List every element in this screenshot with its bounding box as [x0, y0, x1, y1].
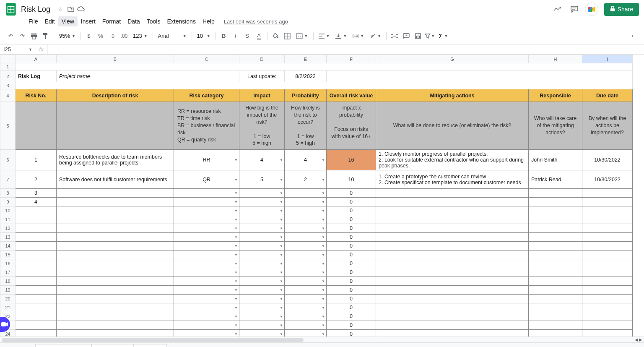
cell-probability[interactable]: ▼ — [285, 233, 327, 242]
cell-due[interactable] — [582, 206, 633, 215]
strikethrough-icon[interactable]: S — [242, 31, 253, 42]
cell-category[interactable]: ▼ — [174, 321, 239, 330]
cell-due[interactable] — [582, 268, 633, 277]
last-edit[interactable]: Last edit was seconds ago — [224, 18, 288, 25]
cell-probability[interactable]: ▼ — [285, 330, 327, 337]
currency-icon[interactable]: $ — [83, 31, 94, 42]
menu-tools[interactable]: Tools — [143, 16, 164, 26]
wrap-select[interactable]: ▼ — [350, 33, 366, 39]
cell-description[interactable] — [57, 224, 174, 233]
cell-risk-no[interactable]: 3 — [16, 189, 57, 198]
link-icon[interactable] — [389, 31, 400, 42]
cell-overall[interactable]: 0 — [327, 303, 376, 312]
cell-due[interactable]: 10/30/2022 — [582, 170, 633, 189]
hint-category[interactable]: RR = resource riskTR = time riskBR = bus… — [174, 102, 239, 150]
cell-risk-no[interactable] — [16, 312, 57, 321]
hint-overall[interactable]: impact x probabilityFocus on risks with … — [327, 102, 376, 150]
cell-probability[interactable]: 4▼ — [285, 150, 327, 170]
cell-overall[interactable]: 0 — [327, 198, 376, 206]
cell-category[interactable]: ▼ — [174, 224, 239, 233]
cell-overall[interactable]: 0 — [327, 233, 376, 242]
dropdown-icon[interactable]: ▼ — [322, 253, 325, 257]
comments-icon[interactable] — [570, 5, 579, 14]
cell-due[interactable] — [582, 224, 633, 233]
cell-actions[interactable] — [376, 330, 529, 337]
dropdown-icon[interactable]: ▼ — [322, 177, 325, 181]
cell-category[interactable]: ▼ — [174, 277, 239, 286]
cell-description[interactable]: Resource bottlenecks due to team members… — [57, 150, 174, 170]
dropdown-icon[interactable]: ▼ — [322, 209, 325, 213]
cell-actions[interactable] — [376, 277, 529, 286]
hint-impact[interactable]: How big is the impact of the risk?1 = lo… — [239, 102, 285, 150]
sheet-tab-risk-assessment[interactable]: risk assessment▼ — [35, 344, 91, 347]
cell-responsible[interactable] — [529, 303, 582, 312]
cell-probability[interactable]: ▼ — [285, 198, 327, 206]
cell-overall[interactable]: 0 — [327, 224, 376, 233]
cell-actions[interactable] — [376, 215, 529, 224]
cell-due[interactable] — [582, 259, 633, 268]
cell-overall[interactable]: 0 — [327, 259, 376, 268]
col-header-H[interactable]: H — [529, 55, 582, 63]
bold-icon[interactable]: B — [218, 31, 229, 42]
cell-due[interactable]: 10/30/2022 — [582, 150, 633, 170]
cell-description[interactable] — [57, 198, 174, 206]
dropdown-icon[interactable]: ▼ — [322, 158, 325, 162]
cell-actions[interactable] — [376, 286, 529, 295]
cell-impact[interactable]: 5▼ — [239, 170, 285, 189]
column-header-impact[interactable]: Impact — [239, 89, 285, 102]
column-header-responsible[interactable]: Responsible — [529, 89, 582, 102]
dropdown-icon[interactable]: ▼ — [280, 262, 283, 266]
cell-overall[interactable]: 0 — [327, 321, 376, 330]
col-header-F[interactable]: F — [327, 55, 376, 63]
cell-category[interactable]: ▼ — [174, 198, 239, 206]
cell-risk-no[interactable] — [16, 321, 57, 330]
dropdown-icon[interactable]: ▼ — [322, 297, 325, 301]
cell-responsible[interactable] — [529, 277, 582, 286]
cell-impact[interactable]: ▼ — [239, 206, 285, 215]
dropdown-icon[interactable]: ▼ — [322, 262, 325, 266]
dropdown-icon[interactable]: ▼ — [322, 244, 325, 248]
cell-risk-no[interactable] — [16, 206, 57, 215]
undo-icon[interactable]: ↶ — [5, 31, 16, 42]
cell-due[interactable] — [582, 242, 633, 250]
fill-color-icon[interactable] — [270, 31, 281, 42]
cell-probability[interactable]: ▼ — [285, 242, 327, 250]
cell-description[interactable] — [57, 312, 174, 321]
rotate-select[interactable]: A▼ — [367, 32, 384, 40]
cell-description[interactable] — [57, 295, 174, 303]
cell-category[interactable]: ▼ — [174, 286, 239, 295]
cell-impact[interactable]: ▼ — [239, 268, 285, 277]
cell-responsible[interactable] — [529, 224, 582, 233]
row-header-20[interactable]: 20 — [0, 295, 16, 303]
cell-category[interactable]: ▼ — [174, 259, 239, 268]
cell-responsible[interactable] — [529, 215, 582, 224]
dropdown-icon[interactable]: ▼ — [322, 279, 325, 283]
dropdown-icon[interactable]: ▼ — [234, 200, 238, 204]
cell-category[interactable]: ▼ — [174, 303, 239, 312]
dropdown-icon[interactable]: ▼ — [280, 271, 283, 274]
cell-overall[interactable]: 10 — [327, 170, 376, 189]
cell-description[interactable] — [57, 277, 174, 286]
project-name[interactable]: Project name — [57, 70, 239, 82]
cell-overall[interactable]: 0 — [327, 286, 376, 295]
star-icon[interactable]: ☆ — [57, 5, 65, 13]
move-icon[interactable] — [67, 5, 75, 13]
filter-icon[interactable]: ▼ — [424, 31, 435, 42]
cell-description[interactable] — [57, 215, 174, 224]
cell-probability[interactable]: 2▼ — [285, 170, 327, 189]
dropdown-icon[interactable]: ▼ — [280, 279, 283, 283]
cell-probability[interactable]: ▼ — [285, 321, 327, 330]
cell-risk-no[interactable] — [16, 259, 57, 268]
cell-responsible[interactable]: John Smith — [529, 150, 582, 170]
cell-overall[interactable]: 0 — [327, 189, 376, 198]
cell-category[interactable]: QR▼ — [174, 170, 239, 189]
cell-overall[interactable]: 0 — [327, 330, 376, 337]
cell-responsible[interactable] — [529, 330, 582, 337]
dropdown-icon[interactable]: ▼ — [280, 227, 283, 230]
row-header-17[interactable]: 17 — [0, 268, 16, 277]
cell-due[interactable] — [582, 198, 633, 206]
cell-responsible[interactable] — [529, 250, 582, 259]
col-header-B[interactable]: B — [57, 55, 174, 63]
dropdown-icon[interactable]: ▼ — [234, 262, 238, 266]
cell-probability[interactable]: ▼ — [285, 312, 327, 321]
